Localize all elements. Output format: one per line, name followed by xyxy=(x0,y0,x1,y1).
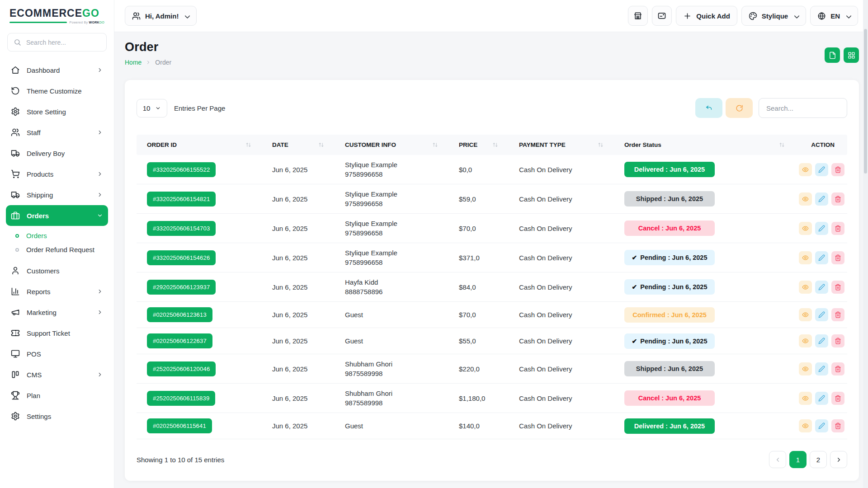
column-header-customer-info[interactable]: CUSTOMER INFO xyxy=(335,141,448,148)
refresh-button[interactable] xyxy=(726,98,753,118)
scrollbar-thumb[interactable] xyxy=(864,29,867,174)
sidebar-item-theme-customize[interactable]: Theme Customize xyxy=(6,80,108,101)
order-id-badge[interactable]: #2520250606115839 xyxy=(147,391,215,406)
order-id-badge[interactable]: #2520250606120046 xyxy=(147,361,216,376)
edit-order-button[interactable] xyxy=(815,192,828,206)
order-status-label: Delivered : Jun 6, 2025 xyxy=(634,166,705,173)
view-order-button[interactable] xyxy=(799,192,812,206)
pagination-page-button-1[interactable]: 1 xyxy=(789,451,807,468)
order-id-badge[interactable]: #2920250606123937 xyxy=(147,280,216,295)
view-order-button[interactable] xyxy=(799,308,812,321)
edit-order-button[interactable] xyxy=(815,308,828,321)
delete-order-button[interactable] xyxy=(831,334,844,347)
order-id-badge[interactable]: #020250606115641 xyxy=(147,418,212,433)
edit-order-button[interactable] xyxy=(815,251,828,264)
eye-icon xyxy=(802,284,809,291)
sidebar-item-settings[interactable]: Settings xyxy=(6,406,108,427)
theme-select-button[interactable]: Stylique xyxy=(741,6,806,26)
edit-order-button[interactable] xyxy=(815,334,828,347)
sidebar-item-marketing[interactable]: Marketing xyxy=(6,302,108,323)
order-id-badge[interactable]: #3320250606154626 xyxy=(147,250,216,265)
pencil-icon xyxy=(818,366,825,372)
view-order-button[interactable] xyxy=(799,222,812,235)
delete-order-button[interactable] xyxy=(831,251,844,264)
sidebar-item-delivery-boy[interactable]: Delivery Boy xyxy=(6,143,108,164)
mail-templates-button[interactable] xyxy=(652,6,672,26)
edit-order-button[interactable] xyxy=(815,392,828,405)
view-order-button[interactable] xyxy=(799,392,812,405)
delete-order-button[interactable] xyxy=(831,192,844,206)
order-status-label: Cancel : Jun 6, 2025 xyxy=(638,394,701,402)
table-search-input[interactable] xyxy=(759,98,847,118)
sidebar-item-reports[interactable]: Reports xyxy=(6,281,108,302)
column-header-label: CUSTOMER INFO xyxy=(345,141,396,148)
quick-add-button[interactable]: Quick Add xyxy=(676,6,737,26)
edit-order-button[interactable] xyxy=(815,281,828,294)
edit-order-button[interactable] xyxy=(815,163,828,176)
delete-order-button[interactable] xyxy=(831,308,844,321)
delete-order-button[interactable] xyxy=(831,362,844,375)
sidebar-item-staff[interactable]: Staff xyxy=(6,122,108,143)
sidebar-search[interactable] xyxy=(7,33,107,52)
sidebar-subitem-order-refund-request[interactable]: Order Refund Request xyxy=(6,243,108,257)
sidebar-item-cms[interactable]: CMS xyxy=(6,364,108,385)
pagination-next-button[interactable] xyxy=(830,451,847,468)
view-order-button[interactable] xyxy=(799,362,812,375)
sidebar-subitem-label: Order Refund Request xyxy=(26,246,94,253)
pagination-page-button-2[interactable]: 2 xyxy=(810,451,827,468)
admin-menu-button[interactable]: Hi, Admin! xyxy=(125,6,197,26)
delete-order-button[interactable] xyxy=(831,163,844,176)
sidebar-item-shipping[interactable]: Shipping xyxy=(6,184,108,205)
view-order-button[interactable] xyxy=(799,251,812,264)
sidebar-item-dashboard[interactable]: Dashboard xyxy=(6,60,108,80)
undo-button[interactable] xyxy=(695,98,722,118)
sidebar-item-pos[interactable]: POS xyxy=(6,343,108,364)
storefront-button[interactable] xyxy=(628,6,648,26)
view-order-button[interactable] xyxy=(799,334,812,347)
brand-logo[interactable]: ECOMMERCEGO Powered By WORKDO xyxy=(6,0,108,28)
view-order-button[interactable] xyxy=(799,163,812,176)
pencil-icon xyxy=(818,166,825,173)
column-header-order-status[interactable]: Order Status xyxy=(614,141,795,148)
language-select-button[interactable]: EN xyxy=(810,6,858,26)
delete-order-button[interactable] xyxy=(831,222,844,235)
edit-order-button[interactable] xyxy=(815,362,828,375)
column-header-order-id[interactable]: ORDER ID xyxy=(137,141,262,148)
entries-per-page-select[interactable]: 10 xyxy=(137,99,167,117)
edit-order-button[interactable] xyxy=(815,419,828,432)
sidebar-item-plan[interactable]: Plan xyxy=(6,385,108,406)
column-header-date[interactable]: DATE xyxy=(262,141,335,148)
sidebar-item-label: Plan xyxy=(27,392,103,399)
order-id-badge[interactable]: #020250606122637 xyxy=(147,333,212,348)
export-button[interactable] xyxy=(825,47,840,63)
page-scrollbar[interactable] xyxy=(863,0,868,488)
brand-name-accent: GO xyxy=(82,7,99,19)
order-status-badge: Delivered : Jun 6, 2025 xyxy=(624,418,715,434)
sidebar-search-input[interactable] xyxy=(25,38,100,47)
sidebar-item-support-ticket[interactable]: Support Ticket xyxy=(6,323,108,343)
view-order-button[interactable] xyxy=(799,281,812,294)
sidebar-item-orders[interactable]: Orders xyxy=(6,205,108,226)
sidebar-subitem-orders[interactable]: Orders xyxy=(6,229,108,243)
column-header-label: PRICE xyxy=(459,141,477,148)
column-header-payment-type[interactable]: PAYMENT TYPE xyxy=(509,141,614,148)
delete-order-button[interactable] xyxy=(831,281,844,294)
sidebar-item-products[interactable]: Products xyxy=(6,164,108,184)
order-id-badge[interactable]: #3320250606154821 xyxy=(147,192,216,206)
delete-order-button[interactable] xyxy=(831,419,844,432)
sidebar-item-customers[interactable]: Customers xyxy=(6,260,108,281)
sidebar-item-label: Reports xyxy=(27,288,90,296)
view-order-button[interactable] xyxy=(799,419,812,432)
delete-order-button[interactable] xyxy=(831,392,844,405)
order-id-badge[interactable]: #3320250606154703 xyxy=(147,221,216,236)
order-status-label: Pending : Jun 6, 2025 xyxy=(640,283,707,291)
pagination-prev-button[interactable] xyxy=(769,451,786,468)
breadcrumb-home-link[interactable]: Home xyxy=(125,59,142,66)
grid-view-button[interactable] xyxy=(844,47,859,63)
order-id-badge[interactable]: #3320250606155522 xyxy=(147,162,216,177)
edit-order-button[interactable] xyxy=(815,222,828,235)
entries-label: Entries Per Page xyxy=(174,104,225,112)
sidebar-item-store-setting[interactable]: Store Setting xyxy=(6,101,108,122)
order-id-badge[interactable]: #020250606123613 xyxy=(147,307,212,322)
column-header-price[interactable]: PRICE xyxy=(448,141,509,148)
